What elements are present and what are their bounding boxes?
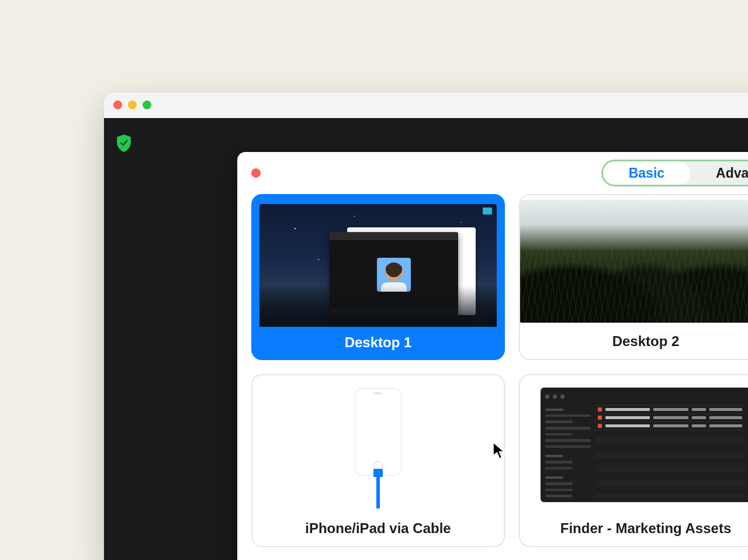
shield-check-icon (116, 134, 131, 152)
source-card-finder-window[interactable]: Finder - Marketing Assets (519, 374, 748, 547)
window-close-button[interactable] (113, 101, 122, 109)
mode-segmented-control: Basic Advanced (601, 160, 748, 186)
cable-icon (376, 476, 380, 509)
segment-basic[interactable]: Basic (603, 161, 690, 185)
page-background: Basic Advanced (0, 0, 748, 560)
desktop-1-thumbnail (251, 194, 505, 329)
phone-outline-icon (355, 388, 401, 476)
source-label: iPhone/iPad via Cable (252, 514, 504, 546)
source-card-desktop-1[interactable]: Desktop 1 (251, 194, 505, 360)
source-label: Finder - Marketing Assets (520, 514, 748, 546)
source-label: Desktop 2 (520, 327, 748, 359)
desktop-2-preview (520, 200, 748, 323)
app-body: Basic Advanced (104, 118, 748, 560)
window-zoom-button[interactable] (143, 101, 151, 109)
participant-avatar (377, 258, 411, 292)
video-call-window-preview (330, 232, 458, 317)
segment-advanced[interactable]: Advanced (690, 161, 748, 185)
device-thumbnail (252, 375, 504, 514)
folder-icon (483, 208, 492, 215)
source-card-device[interactable]: iPhone/iPad via Cable (251, 374, 505, 547)
source-grid: Desktop 1 Desktop 2 (237, 194, 748, 560)
picker-header: Basic Advanced (237, 152, 748, 194)
desktop-2-thumbnail (520, 195, 748, 327)
desktop-1-preview (259, 204, 497, 327)
picker-close-button[interactable] (251, 168, 261, 178)
app-main: Basic Advanced (144, 118, 748, 560)
window-minimize-button[interactable] (128, 101, 137, 109)
source-card-desktop-2[interactable]: Desktop 2 (519, 194, 748, 360)
app-window: Basic Advanced (104, 92, 748, 560)
traffic-lights (113, 101, 151, 109)
finder-thumbnail (520, 375, 748, 514)
app-sidebar (104, 118, 144, 560)
share-source-picker: Basic Advanced (237, 152, 748, 560)
source-label: Desktop 1 (251, 329, 505, 360)
window-titlebar (104, 92, 748, 118)
finder-window-preview (541, 388, 748, 502)
